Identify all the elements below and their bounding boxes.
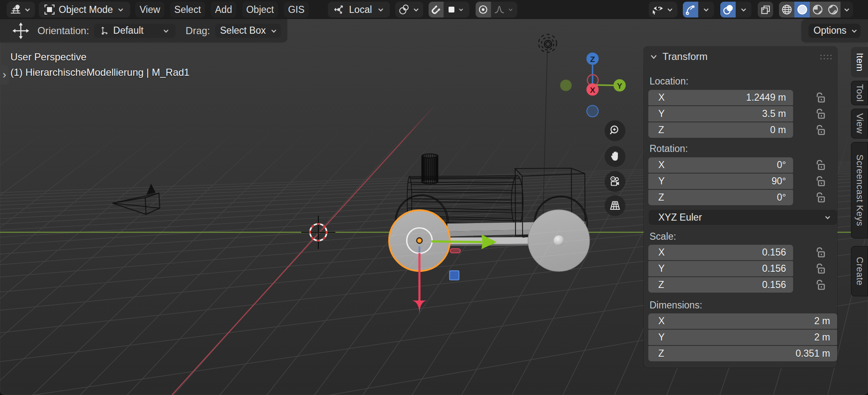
dimensions-x-field[interactable]: X2 m [648,313,837,329]
wireframe-shading-icon [781,4,793,15]
axis-value: 2 m [814,332,830,343]
proportional-edit-toggle[interactable] [476,2,491,17]
camera-view-button[interactable] [605,171,625,192]
location-y-field[interactable]: Y3.5 m [648,106,793,122]
scale-y-field[interactable]: Y0.156 [648,261,793,276]
show-overlays-toggle[interactable] [720,2,736,17]
menu-select[interactable]: Select [170,2,205,17]
location-z-lock-icon[interactable] [815,124,826,137]
rotation-y-lock-icon[interactable] [815,175,826,188]
snap-settings-dropdown[interactable] [444,2,469,17]
shading-solid-button[interactable] [794,2,810,17]
location-section-label: Location: [650,76,688,87]
location-y-lock-icon[interactable] [815,108,826,120]
rotation-x-lock-icon[interactable] [815,159,826,171]
snap-increment-icon [448,6,455,13]
sidebar-tab-create[interactable]: Create [851,246,868,296]
axis-label: X [658,92,665,103]
shading-wireframe-button[interactable] [779,2,794,17]
rotation-z-field[interactable]: Z0° [648,190,793,205]
menu-view[interactable]: View [135,2,164,17]
mode-dropdown-label: Object Mode [59,4,113,15]
chevron-down-icon [116,5,125,14]
orientation-label: Orientation: [37,25,89,37]
options-dropdown[interactable]: Options [808,24,861,38]
shading-rendered-button[interactable] [825,2,841,17]
axis-value: 1.2449 m [746,92,786,103]
transform-panel-header[interactable]: Transform [649,51,707,62]
navigation-gizmo[interactable]: Z Y X [555,44,630,123]
active-object-breadcrumb: (1) HierarchischeModellierung | M_Rad1 [10,67,189,78]
nav-axis-y-negative[interactable] [560,79,572,91]
proportional-falloff-dropdown[interactable] [491,2,517,17]
nav-x-label: X [590,86,595,94]
zoom-button[interactable] [605,120,625,141]
rotation-y-field[interactable]: Y90° [648,174,793,189]
menu-gis[interactable]: GIS [284,2,309,17]
view-perspective-label: User Perspective [10,51,87,63]
rotation-x-field[interactable]: X0° [648,157,793,173]
drag-value-label: Select Box [220,25,266,36]
pan-button[interactable] [605,146,625,167]
gizmo-settings-dropdown[interactable] [698,2,714,17]
dimensions-y-field[interactable]: Y2 m [648,330,837,345]
editor-type-button[interactable] [7,2,35,17]
visibility-dropdown[interactable] [649,2,677,17]
nav-axis-z-negative[interactable] [587,105,598,117]
transform-orientation-dropdown[interactable]: Local [328,2,390,17]
location-x-lock-icon[interactable] [815,92,826,104]
perspective-toggle-button[interactable] [605,195,625,216]
axis-label: Y [658,332,665,343]
menu-add[interactable]: Add [211,2,236,17]
gizmo-plane-handle-blue[interactable] [450,271,459,280]
mode-dropdown[interactable]: Object Mode [39,2,130,17]
scale-x-field[interactable]: X0.156 [648,245,793,260]
shading-material-button[interactable] [810,2,825,17]
wheel-right[interactable] [528,210,590,271]
scale-z-field[interactable]: Z0.156 [648,277,793,293]
solid-shading-icon [796,4,808,15]
show-gizmo-toggle[interactable] [683,2,698,17]
magnet-icon [431,4,441,15]
scale-y-lock-icon[interactable] [815,263,826,275]
drag-value-dropdown[interactable]: Select Box [215,24,281,38]
menu-object[interactable]: Object [242,2,278,17]
sidebar-tab-view[interactable]: View [851,109,868,139]
drag-label: Drag: [186,25,210,37]
nav-z-label: Z [590,55,595,64]
orientation-value-dropdown[interactable]: Default [94,24,176,38]
rotation-mode-dropdown[interactable]: XYZ Euler [649,210,837,225]
axis-label: X [658,247,665,258]
pivot-point-dropdown[interactable] [395,2,423,17]
location-z-field[interactable]: Z0 m [648,122,793,138]
axis-label: Z [658,124,664,136]
axis-value: 0.351 m [796,348,830,359]
sidebar-tab-item[interactable]: Item [851,47,868,77]
shading-settings-dropdown[interactable] [841,2,853,17]
axis-value: 2 m [814,316,830,327]
chevron-down-icon [507,6,514,13]
xray-toggle[interactable] [758,2,773,17]
location-x-field[interactable]: X1.2449 m [648,90,793,105]
rotation-section-label: Rotation: [650,143,688,154]
gizmo-plane-handle-red[interactable] [450,249,460,253]
dimensions-z-field[interactable]: Z0.351 m [648,346,837,361]
falloff-curve-icon [494,4,505,15]
eye-visibility-icon [652,3,664,16]
scale-z-lock-icon[interactable] [815,279,826,291]
toolbar-expand-arrow[interactable]: › [0,65,9,84]
sidebar-tab-screencast-keys[interactable]: Screencast Keys [851,142,868,238]
overlays-toggle-group [720,2,751,17]
axis-value: 0.156 [762,263,786,274]
scale-section-label: Scale: [650,231,676,242]
panel-drag-dots-icon[interactable] [820,54,832,60]
chevron-down-icon [842,5,851,14]
axis-value: 0° [777,159,786,171]
sidebar-tab-tool[interactable]: Tool [851,81,868,105]
snap-toggle[interactable] [429,2,444,17]
axis-label: Y [658,263,665,274]
overlays-settings-dropdown[interactable] [736,2,751,17]
scale-x-lock-icon[interactable] [815,246,826,259]
options-label: Options [813,25,846,36]
rotation-z-lock-icon[interactable] [815,191,826,204]
